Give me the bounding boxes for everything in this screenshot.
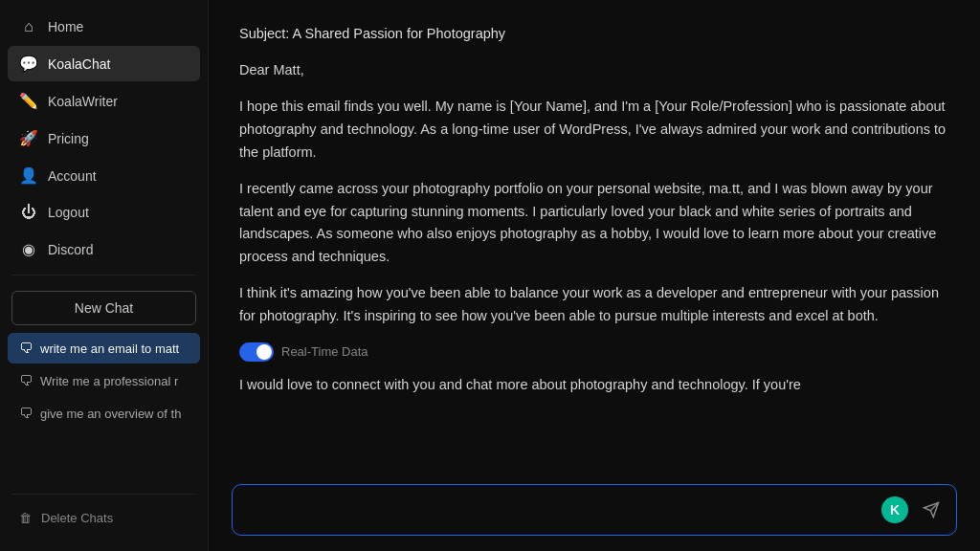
chat-input[interactable] — [246, 498, 870, 521]
email-greeting: Dear Matt, — [239, 59, 949, 82]
real-time-toggle[interactable] — [239, 342, 274, 362]
sidebar: ⌂Home💬KoalaChat✏️KoalaWriter🚀Pricing👤Acc… — [0, 0, 209, 551]
email-subject: Subject: A Shared Passion for Photograph… — [239, 23, 949, 46]
trash-icon: 🗑 — [19, 511, 32, 525]
chat-history-item-chat1[interactable]: 🗨write me an email to matt — [8, 333, 200, 364]
real-time-toggle-label: Real-Time Data — [281, 342, 368, 362]
sidebar-item-koalachat[interactable]: 💬KoalaChat — [8, 46, 200, 81]
input-container: K — [232, 484, 957, 536]
email-paragraph-1: I hope this email finds you well. My nam… — [239, 96, 949, 165]
logout-icon: ⏻ — [19, 204, 38, 221]
send-arrow-icon — [923, 501, 940, 518]
chat-history-label: Write me a professional r — [40, 374, 178, 388]
sidebar-item-home[interactable]: ⌂Home — [8, 10, 200, 44]
sidebar-item-label-home: Home — [48, 19, 83, 34]
discord-icon: ◉ — [19, 240, 38, 258]
chat-bubble-icon: 🗨 — [19, 341, 33, 356]
email-paragraph-2: I recently came across your photography … — [239, 178, 949, 270]
koala-logo-icon: K — [881, 496, 908, 523]
send-button[interactable] — [920, 498, 943, 521]
chat-history: 🗨write me an email to matt🗨Write me a pr… — [0, 333, 208, 486]
ai-message: Subject: A Shared Passion for Photograph… — [239, 23, 949, 410]
email-paragraph-4: I would love to connect with you and cha… — [239, 374, 949, 397]
home-icon: ⌂ — [19, 18, 38, 35]
sidebar-item-label-logout: Logout — [48, 205, 89, 220]
new-chat-button[interactable]: New Chat — [11, 291, 196, 325]
sidebar-item-account[interactable]: 👤Account — [8, 158, 200, 193]
sidebar-item-label-koalawriter: KoalaWriter — [48, 94, 118, 109]
sidebar-bottom-divider — [11, 494, 196, 495]
sidebar-item-label-discord: Discord — [48, 242, 93, 257]
pricing-icon: 🚀 — [19, 129, 38, 147]
real-time-toggle-container: Real-Time Data — [239, 342, 949, 362]
chat-bubble-icon: 🗨 — [19, 406, 33, 421]
koala-icon-button[interactable]: K — [880, 495, 910, 525]
sidebar-item-discord[interactable]: ◉Discord — [8, 231, 200, 267]
chat-history-item-chat2[interactable]: 🗨Write me a professional r — [8, 365, 200, 396]
chat-bubble-icon: 🗨 — [19, 373, 33, 388]
sidebar-bottom: 🗑 Delete Chats — [0, 502, 208, 541]
chat-history-label: give me an overview of th — [40, 407, 181, 421]
sidebar-item-logout[interactable]: ⏻Logout — [8, 195, 200, 230]
sidebar-item-pricing[interactable]: 🚀Pricing — [8, 121, 200, 156]
chat-history-label: write me an email to matt — [40, 342, 179, 356]
koalachat-icon: 💬 — [19, 55, 38, 73]
sidebar-item-label-account: Account — [48, 168, 97, 184]
sidebar-divider — [11, 275, 196, 276]
input-area: K — [209, 473, 980, 551]
sidebar-nav: ⌂Home💬KoalaChat✏️KoalaWriter🚀Pricing👤Acc… — [0, 10, 208, 267]
account-icon: 👤 — [19, 166, 38, 185]
sidebar-item-label-pricing: Pricing — [48, 131, 89, 146]
koalawriter-icon: ✏️ — [19, 92, 38, 110]
sidebar-item-koalawriter[interactable]: ✏️KoalaWriter — [8, 83, 200, 119]
delete-chats-button[interactable]: 🗑 Delete Chats — [8, 502, 200, 534]
main-content: Subject: A Shared Passion for Photograph… — [209, 0, 980, 551]
sidebar-item-label-koalachat: KoalaChat — [48, 56, 110, 72]
email-paragraph-3: I think it's amazing how you've been abl… — [239, 282, 949, 328]
chat-history-item-chat3[interactable]: 🗨give me an overview of th — [8, 398, 200, 429]
chat-body: Subject: A Shared Passion for Photograph… — [209, 0, 980, 473]
delete-chats-label: Delete Chats — [41, 511, 113, 525]
toggle-thumb — [256, 344, 272, 360]
